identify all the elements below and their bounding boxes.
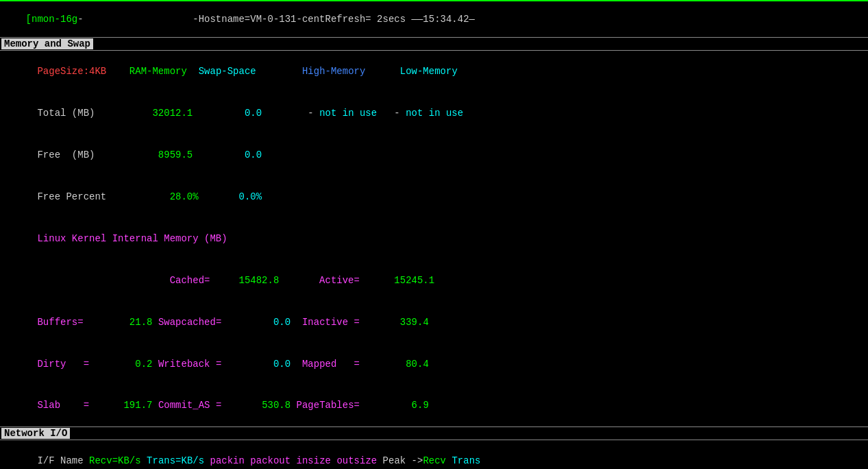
network-header-line: Network I/O: [0, 426, 868, 440]
memory-header-line: Memory and Swap: [0, 37, 868, 51]
title-mid: - -Hostname=VM-0-131-cent: [77, 14, 325, 25]
memory-col-headers: PageSize:4KB RAM-Memory Swap-Space High-…: [0, 51, 868, 93]
memory-section: Memory and Swap PageSize:4KB RAM-Memory …: [0, 37, 868, 426]
network-header: Network I/O: [1, 428, 70, 439]
linux-kernel-header: Linux Kernel Internal Memory (MB): [0, 218, 868, 260]
buffers-row: Buffers= 21.8 Swapcached= 0.0 Inactive =…: [0, 301, 868, 343]
network-section: Network I/O I/F Name Recv=KB/s Trans=KB/…: [0, 426, 868, 469]
network-col-headers: I/F Name Recv=KB/s Trans=KB/s packin pac…: [0, 440, 868, 469]
memory-total-row: Total (MB) 32012.1 0.0 - not in use - no…: [0, 93, 868, 134]
memory-freepct-row: Free Percent 28.0% 0.0%: [0, 176, 868, 218]
title-left: [nmon-16g: [26, 14, 78, 25]
title-refresh: Refresh= 2secs: [325, 14, 412, 25]
screen: [nmon-16g- -Hostname=VM-0-131-centRefres…: [0, 0, 868, 469]
slab-row: Slab = 191.7 Commit_AS = 530.8 PageTable…: [0, 385, 868, 426]
cached-row: Cached= 15482.8 Active= 15245.1: [0, 259, 868, 301]
memory-header: Memory and Swap: [1, 38, 93, 49]
dirty-row: Dirty = 0.2 Writeback = 0.0 Mapped = 80.…: [0, 343, 868, 385]
title-bar: [nmon-16g- -Hostname=VM-0-131-centRefres…: [0, 0, 868, 37]
title-time: ——15:34.42—: [412, 14, 475, 25]
memory-free-row: Free (MB) 8959.5 0.0: [0, 134, 868, 176]
